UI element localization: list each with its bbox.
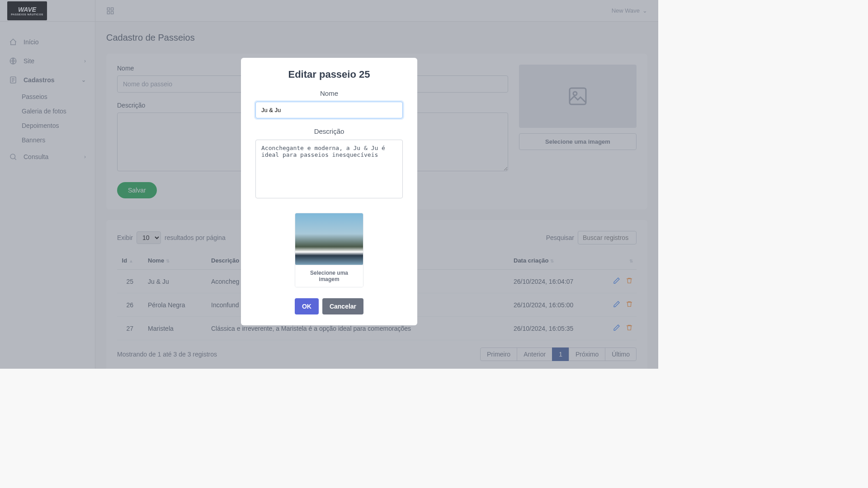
modal-nome-input[interactable] — [255, 102, 403, 118]
modal-select-image-button[interactable]: Selecione uma imagem — [295, 265, 363, 287]
modal-overlay[interactable]: Editar passeio 25 Nome Descrição Aconche… — [0, 0, 658, 369]
modal-desc-label: Descrição — [255, 127, 403, 135]
cancel-button[interactable]: Cancelar — [322, 298, 363, 314]
modal-title: Editar passeio 25 — [255, 69, 403, 80]
edit-modal: Editar passeio 25 Nome Descrição Aconche… — [241, 58, 417, 325]
modal-desc-textarea[interactable]: Aconchegante e moderna, a Ju & Ju é idea… — [255, 140, 403, 198]
modal-image-wrap: Selecione uma imagem — [295, 213, 363, 287]
modal-image-preview — [295, 213, 363, 265]
ok-button[interactable]: OK — [295, 298, 319, 314]
modal-nome-label: Nome — [255, 89, 403, 97]
